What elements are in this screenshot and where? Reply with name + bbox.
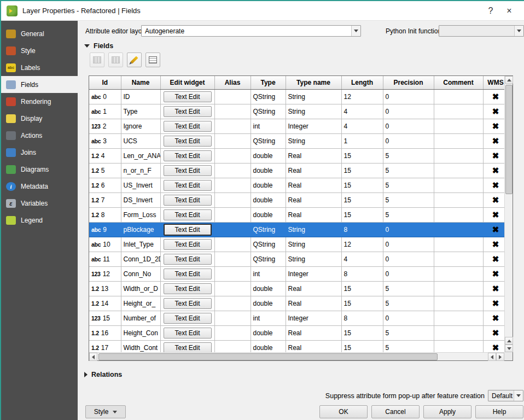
sidebar-item-fields[interactable]: Fields xyxy=(1,76,78,93)
cell-edit-widget[interactable]: Text Edit xyxy=(160,163,214,178)
column-header-wms[interactable]: WMS xyxy=(483,76,504,89)
wms-checkbox[interactable]: ✖ xyxy=(492,299,499,308)
cell-type[interactable]: int xyxy=(251,266,286,281)
cell-id[interactable]: abc9 xyxy=(89,222,121,237)
cell-length[interactable]: 15 xyxy=(341,148,383,163)
cell-wms[interactable]: ✖ xyxy=(483,325,504,340)
field-row-17[interactable]: 1.217Width_ContText EditdoubleReal155✖ xyxy=(89,340,504,352)
column-header-edit-widget[interactable]: Edit widget xyxy=(160,76,214,89)
cell-type[interactable]: double xyxy=(251,340,286,352)
apply-button[interactable]: Apply xyxy=(423,405,471,418)
cell-length[interactable]: 15 xyxy=(341,192,383,207)
cell-edit-widget[interactable]: Text Edit xyxy=(160,89,214,104)
cell-wms[interactable]: ✖ xyxy=(483,133,504,148)
cell-wms[interactable]: ✖ xyxy=(483,192,504,207)
cell-alias[interactable] xyxy=(214,148,251,163)
cell-alias[interactable] xyxy=(214,296,251,311)
cell-id[interactable]: 1.25 xyxy=(89,163,121,178)
sidebar-item-style[interactable]: Style xyxy=(1,42,78,59)
cell-type-name[interactable]: Integer xyxy=(286,119,341,133)
cell-length[interactable]: 12 xyxy=(341,237,383,252)
cell-precision[interactable]: 0 xyxy=(383,104,434,119)
sidebar-item-legend[interactable]: Legend xyxy=(1,212,78,229)
cell-alias[interactable] xyxy=(214,325,251,340)
cell-type[interactable]: double xyxy=(251,178,286,192)
field-row-4[interactable]: 1.24Len_or_ANAText EditdoubleReal155✖ xyxy=(89,148,504,163)
cell-precision[interactable]: 5 xyxy=(383,207,434,222)
wms-checkbox[interactable]: ✖ xyxy=(492,225,499,234)
cell-name[interactable]: Ignore xyxy=(121,119,160,133)
cell-precision[interactable]: 0 xyxy=(383,237,434,252)
attribute-editor-layout-select[interactable]: Autogenerate xyxy=(141,25,361,37)
cell-id[interactable]: 1232 xyxy=(89,119,121,133)
field-row-3[interactable]: abc3UCSText EditQStringString10✖ xyxy=(89,133,504,148)
cell-precision[interactable]: 5 xyxy=(383,281,434,296)
edit-widget-button[interactable]: Text Edit xyxy=(164,209,212,220)
cell-name[interactable]: Inlet_Type xyxy=(121,237,160,252)
cell-comment[interactable] xyxy=(434,119,483,133)
cell-id[interactable]: 1.28 xyxy=(89,207,121,222)
cell-alias[interactable] xyxy=(214,89,251,104)
field-row-7[interactable]: 1.27DS_InvertText EditdoubleReal155✖ xyxy=(89,192,504,207)
cell-length[interactable]: 4 xyxy=(341,252,383,266)
column-header-comment[interactable]: Comment xyxy=(434,76,483,89)
cell-length[interactable]: 4 xyxy=(341,119,383,133)
field-row-15[interactable]: 12315Number_ofText EditintInteger80✖ xyxy=(89,311,504,325)
vertical-scrollbar[interactable] xyxy=(504,76,513,352)
cell-alias[interactable] xyxy=(214,266,251,281)
cell-comment[interactable] xyxy=(434,178,483,192)
sidebar-item-variables[interactable]: εVariables xyxy=(1,195,78,212)
cell-edit-widget[interactable]: Text Edit xyxy=(160,148,214,163)
wms-checkbox[interactable]: ✖ xyxy=(492,121,499,131)
cell-alias[interactable] xyxy=(214,281,251,296)
scroll-up-button-bottom[interactable] xyxy=(505,337,513,345)
suppress-form-select[interactable]: Default xyxy=(488,390,523,401)
cell-comment[interactable] xyxy=(434,89,483,104)
wms-checkbox[interactable]: ✖ xyxy=(492,136,499,145)
field-row-1[interactable]: abc1TypeText EditQStringString40✖ xyxy=(89,104,504,119)
field-row-13[interactable]: 1.213Width_or_DText EditdoubleReal155✖ xyxy=(89,281,504,296)
wms-checkbox[interactable]: ✖ xyxy=(492,328,499,337)
cell-length[interactable]: 8 xyxy=(341,222,383,237)
cell-type[interactable]: double xyxy=(251,148,286,163)
cell-alias[interactable] xyxy=(214,119,251,133)
field-calculator-button[interactable] xyxy=(145,52,160,67)
cell-id[interactable]: 1.27 xyxy=(89,192,121,207)
cell-wms[interactable]: ✖ xyxy=(483,207,504,222)
cell-comment[interactable] xyxy=(434,163,483,178)
wms-checkbox[interactable]: ✖ xyxy=(492,313,499,323)
cell-name[interactable]: Width_or_D xyxy=(121,281,160,296)
field-row-12[interactable]: 12312Conn_NoText EditintInteger80✖ xyxy=(89,266,504,281)
wms-checkbox[interactable]: ✖ xyxy=(492,195,499,205)
cell-type[interactable]: QString xyxy=(251,252,286,266)
sidebar-item-diagrams[interactable]: Diagrams xyxy=(1,161,78,178)
cell-wms[interactable]: ✖ xyxy=(483,148,504,163)
cell-comment[interactable] xyxy=(434,237,483,252)
cell-alias[interactable] xyxy=(214,222,251,237)
field-row-5[interactable]: 1.25n_or_n_FText EditdoubleReal155✖ xyxy=(89,163,504,178)
cell-length[interactable]: 8 xyxy=(341,266,383,281)
cell-edit-widget[interactable]: Text Edit xyxy=(160,296,214,311)
cell-edit-widget[interactable]: Text Edit xyxy=(160,104,214,119)
cell-alias[interactable] xyxy=(214,192,251,207)
cell-length[interactable]: 15 xyxy=(341,296,383,311)
wms-checkbox[interactable]: ✖ xyxy=(492,269,499,278)
field-row-14[interactable]: 1.214Height_or_Text EditdoubleReal155✖ xyxy=(89,296,504,311)
cell-alias[interactable] xyxy=(214,163,251,178)
cell-edit-widget[interactable]: Text Edit xyxy=(160,325,214,340)
wms-checkbox[interactable]: ✖ xyxy=(492,180,499,190)
edit-widget-button[interactable]: Text Edit xyxy=(164,180,212,191)
help-button[interactable]: ? xyxy=(481,4,500,18)
cell-edit-widget[interactable]: Text Edit xyxy=(160,311,214,325)
edit-widget-button[interactable]: Text Edit xyxy=(164,91,212,102)
cell-comment[interactable] xyxy=(434,311,483,325)
help-button[interactable]: Help xyxy=(475,405,523,418)
cell-length[interactable]: 15 xyxy=(341,178,383,192)
cell-type-name[interactable]: String xyxy=(286,252,341,266)
cell-precision[interactable]: 0 xyxy=(383,89,434,104)
cell-comment[interactable] xyxy=(434,325,483,340)
cell-type-name[interactable]: String xyxy=(286,222,341,237)
cell-length[interactable]: 15 xyxy=(341,340,383,352)
scroll-up-button[interactable] xyxy=(505,76,513,84)
cell-type-name[interactable]: Real xyxy=(286,340,341,352)
